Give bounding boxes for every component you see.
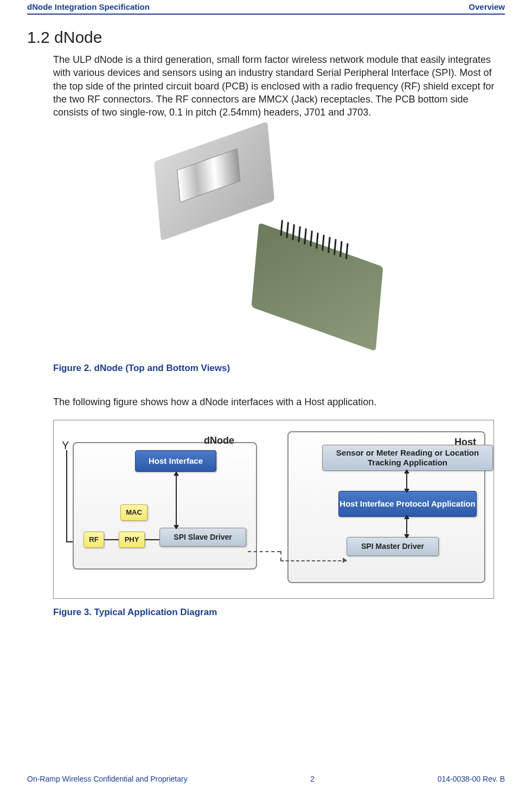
- footer-confidential: On-Ramp Wireless Confidential and Propri…: [27, 775, 188, 783]
- mac-box: MAC: [120, 504, 148, 521]
- pcb-top-view: [154, 121, 274, 241]
- antenna-icon: Y: [62, 439, 69, 452]
- dashed-arrow: [343, 558, 347, 563]
- phy-box: PHY: [119, 532, 145, 548]
- host-protocol-box: Host Interface Protocol Application: [338, 491, 477, 517]
- header-section: Overview: [469, 2, 505, 11]
- arrow-hi-spi: [176, 475, 177, 526]
- conn-rf-phy: [104, 539, 119, 540]
- dashed-conn-2: [280, 551, 281, 561]
- figure-3-diagram: Y dNode Host Host Interface MAC RF PHY S…: [53, 420, 494, 599]
- rf-box: RF: [84, 532, 104, 548]
- figure-3-caption: Figure 3. Typical Application Diagram: [53, 607, 505, 618]
- spi-master-box: SPI Master Driver: [347, 537, 439, 556]
- section-heading: 1.2 dNode: [27, 28, 505, 47]
- transition-text: The following figure shows how a dNode i…: [53, 395, 505, 408]
- conn-phy-mac: [145, 539, 159, 540]
- arrow-protocol-spi: [406, 518, 407, 535]
- dnode-label: dNode: [204, 435, 234, 446]
- page-header: dNode Integration Specification Overview: [27, 0, 505, 15]
- figure-2-image: [157, 130, 380, 347]
- page-footer: On-Ramp Wireless Confidential and Propri…: [27, 775, 505, 783]
- section-body: The ULP dNode is a third generation, sma…: [53, 53, 505, 119]
- pcb-bottom-view: [251, 223, 383, 351]
- host-interface-box: Host Interface: [135, 450, 216, 472]
- antenna-line: [66, 450, 67, 542]
- arrow-sensor-protocol: [406, 472, 407, 490]
- header-doc-title: dNode Integration Specification: [27, 2, 150, 11]
- footer-doc-number: 014-0038-00 Rev. B: [438, 775, 505, 783]
- figure-2-caption: Figure 2. dNode (Top and Bottom Views): [53, 363, 505, 374]
- sensor-app-box: Sensor or Meter Reading or Location Trac…: [322, 445, 493, 471]
- dashed-conn-1: [248, 551, 280, 552]
- footer-page-number: 2: [310, 775, 315, 783]
- dashed-conn-3: [280, 560, 347, 561]
- spi-slave-box: SPI Slave Driver: [159, 528, 246, 547]
